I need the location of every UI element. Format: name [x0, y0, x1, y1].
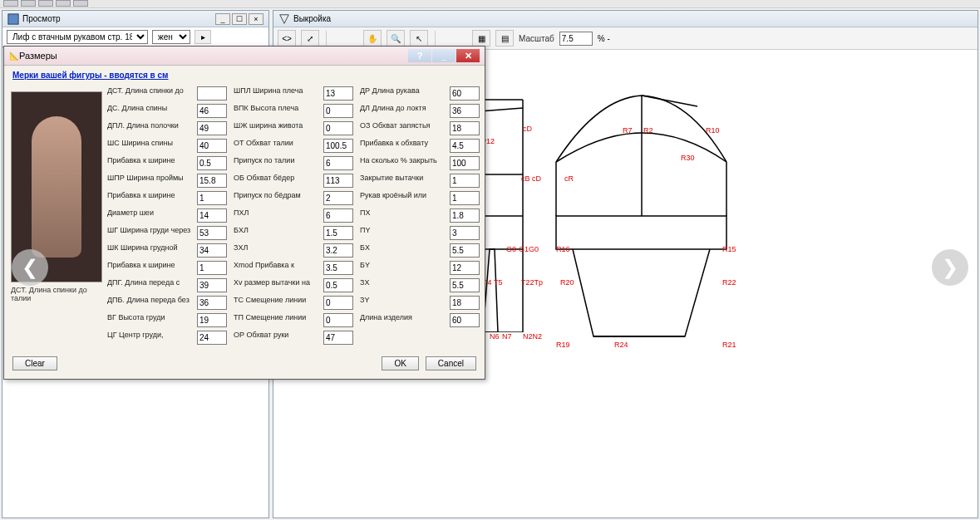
measure-input[interactable] [323, 226, 353, 240]
measure-input[interactable] [323, 313, 353, 327]
grid1-btn[interactable]: ▦ [472, 30, 490, 47]
measure-input[interactable] [197, 174, 227, 188]
measure-label: ШК Ширина грудной [107, 243, 190, 258]
preview-title: Просмотр [22, 14, 61, 23]
hint-link[interactable]: Мерки вашей фигуры - вводятся в см [12, 71, 169, 80]
pattern-point-label: R22 [722, 278, 736, 287]
measure-input[interactable] [197, 243, 227, 258]
measure-label: ВПК Высота плеча [234, 104, 317, 118]
measure-input[interactable] [323, 174, 353, 188]
measure-label: Закрытие вытачки [360, 174, 443, 188]
pattern-point-label: cD [523, 125, 532, 133]
max-btn[interactable]: ☐ [232, 13, 247, 25]
measure-label: ТС Смещение линии [234, 296, 317, 310]
measure-input[interactable] [450, 156, 480, 170]
close-btn[interactable]: × [249, 13, 263, 25]
next-btn[interactable]: ▸ [195, 30, 211, 44]
tool-btn[interactable] [21, 0, 36, 7]
pattern-point-label: R19 [556, 341, 570, 349]
code-btn[interactable]: <> [278, 30, 296, 47]
measure-input[interactable] [450, 261, 480, 275]
dialog-help-btn[interactable]: ? [408, 49, 431, 62]
measure-label: ЗY [360, 296, 443, 310]
measure-input[interactable] [450, 208, 480, 223]
measure-input[interactable] [323, 278, 353, 292]
tool-btn[interactable] [38, 0, 53, 7]
measure-label: На сколько % закрыть [360, 156, 443, 170]
measure-input[interactable] [323, 104, 353, 118]
measure-grid: ДСТ. Длина спинки доШПЛ Ширина плечаДР Д… [107, 86, 480, 345]
measure-label: ШГ Ширина груди через [107, 226, 190, 240]
tool-btn[interactable] [73, 0, 88, 7]
measure-input[interactable] [323, 208, 353, 223]
measure-input[interactable] [197, 156, 227, 170]
pointer-btn[interactable]: ↖ [410, 30, 428, 47]
clear-button[interactable]: Clear [12, 356, 57, 370]
pan-btn[interactable]: ✋ [363, 30, 382, 47]
measure-input[interactable] [197, 121, 227, 135]
measure-input[interactable] [323, 331, 353, 345]
measure-input[interactable] [323, 243, 353, 258]
min-btn[interactable]: _ [215, 13, 230, 25]
dialog-close-btn[interactable]: ✕ [456, 49, 480, 62]
measure-input[interactable] [450, 104, 480, 118]
measure-input[interactable] [323, 191, 353, 205]
measure-input[interactable] [197, 331, 227, 345]
figure-col: ДСТ. Длина спинки до талии [11, 86, 102, 345]
app-icon: 📐 [9, 52, 19, 61]
measure-input[interactable] [450, 174, 480, 188]
measure-input[interactable] [450, 226, 480, 240]
measure-label: ВГ Высота груди [107, 313, 190, 327]
measure-label: ДПБ. Длина переда без [107, 296, 190, 310]
measure-input[interactable] [323, 156, 353, 170]
measure-label: ДС. Длина спины [107, 104, 190, 118]
measure-label: ДПГ. Длина переда с [107, 278, 190, 292]
measure-input[interactable] [197, 104, 227, 118]
measure-input[interactable] [450, 139, 480, 153]
pattern-point-label: R15 [722, 245, 736, 253]
nav-next-btn[interactable]: ❯ [932, 249, 968, 286]
measure-input[interactable] [323, 296, 353, 310]
measure-input[interactable] [197, 278, 227, 292]
measure-input[interactable] [450, 243, 480, 258]
measure-input[interactable] [450, 296, 480, 310]
model-select[interactable]: Лиф с втачным рукавом стр. 181-225 [7, 30, 148, 44]
measure-label: ПXЛ [234, 208, 317, 223]
measure-label: Припуск по талии [234, 156, 317, 170]
measure-input[interactable] [450, 86, 480, 101]
measure-input[interactable] [323, 139, 353, 153]
scale-input[interactable] [559, 32, 593, 46]
pattern-sleeve [552, 83, 735, 341]
measure-input[interactable] [450, 278, 480, 292]
tool-btn[interactable] [56, 0, 71, 7]
dialog-titlebar[interactable]: 📐 Размеры ? _ ✕ [4, 47, 485, 66]
ok-button[interactable]: OK [382, 356, 418, 370]
measure-label: ЦГ Центр груди, [107, 331, 190, 345]
measure-input[interactable] [197, 208, 227, 223]
measure-input[interactable] [323, 86, 353, 101]
measure-label: БXЛ [234, 226, 317, 240]
pattern-point-label: G0 [506, 245, 516, 253]
measure-input[interactable] [197, 296, 227, 310]
cancel-button[interactable]: Cancel [426, 356, 476, 370]
measure-input[interactable] [197, 139, 227, 153]
measure-input[interactable] [450, 191, 480, 205]
measure-input[interactable] [450, 121, 480, 135]
expand-btn[interactable]: ⤢ [301, 30, 319, 47]
measure-input[interactable] [197, 261, 227, 275]
measure-input[interactable] [197, 86, 227, 101]
grid2-btn[interactable]: ▤ [495, 30, 514, 47]
measure-input[interactable] [197, 226, 227, 240]
measure-input[interactable] [197, 191, 227, 205]
tool-btn[interactable] [3, 0, 18, 7]
nav-prev-btn[interactable]: ❮ [12, 249, 48, 286]
zoom-btn[interactable]: 🔍 [387, 30, 405, 47]
measure-input[interactable] [197, 313, 227, 327]
measure-label: Припуск по бёдрам [234, 191, 317, 205]
measure-input[interactable] [323, 261, 353, 275]
measure-input[interactable] [323, 121, 353, 135]
dialog-min-btn[interactable]: _ [432, 49, 456, 62]
measure-input[interactable] [450, 313, 480, 327]
gender-select[interactable]: жен [152, 30, 190, 44]
pattern-point-label: N7 [502, 332, 512, 341]
